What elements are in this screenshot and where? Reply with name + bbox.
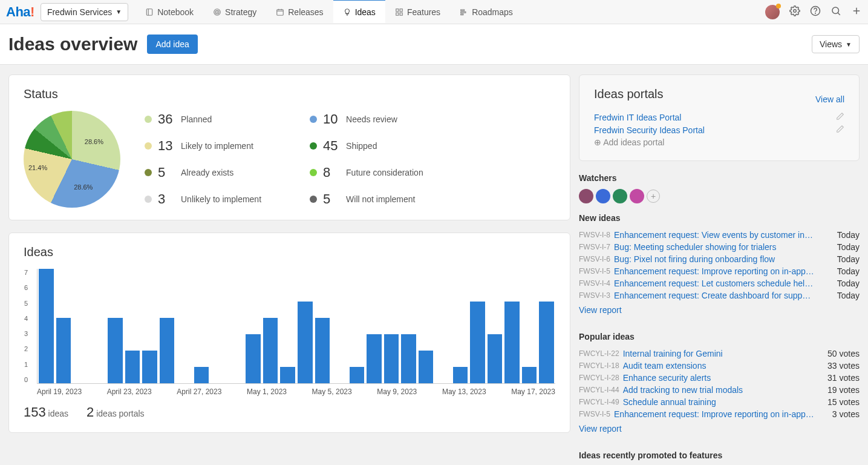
idea-meta: Today: [837, 254, 860, 264]
search-icon[interactable]: [830, 5, 841, 18]
svg-point-12: [794, 10, 797, 13]
help-icon[interactable]: [810, 5, 821, 18]
legend-item[interactable]: 5Already exists: [145, 165, 261, 180]
portal-link[interactable]: Fredwin Security Ideas Portal: [594, 125, 705, 135]
legend-item[interactable]: 45Shipped: [310, 138, 423, 154]
bar[interactable]: [539, 302, 554, 383]
bar[interactable]: [280, 367, 295, 383]
bar[interactable]: [367, 334, 382, 383]
svg-rect-0: [147, 8, 152, 15]
portal-link[interactable]: Fredwin IT Ideas Portal: [594, 113, 681, 122]
add-portal-button[interactable]: ⊕ Add ideas portal: [594, 137, 664, 147]
add-icon[interactable]: [851, 5, 862, 18]
idea-link[interactable]: Bug: Meeting scheduler showing for trial…: [614, 242, 834, 252]
add-idea-button[interactable]: Add idea: [147, 35, 197, 54]
watcher-avatar[interactable]: [579, 189, 593, 203]
bar[interactable]: [350, 367, 365, 383]
bar[interactable]: [160, 318, 175, 383]
workspace-selector[interactable]: Fredwin Services ▼: [41, 3, 128, 21]
bar[interactable]: [470, 302, 485, 383]
svg-rect-11: [461, 13, 463, 15]
bar[interactable]: [384, 334, 399, 383]
status-pie-chart[interactable]: 28.6% 21.4% 28.6%: [24, 111, 120, 208]
new-ideas-view-report-link[interactable]: View report: [579, 305, 860, 315]
bar[interactable]: [298, 302, 313, 383]
idea-link[interactable]: Schedule annual training: [623, 397, 824, 407]
legend-item[interactable]: 36Planned: [145, 111, 261, 127]
legend-label: Shipped: [346, 141, 377, 151]
idea-link[interactable]: Enhancement request: Let customers sched…: [614, 279, 834, 288]
legend-count: 5: [158, 165, 175, 180]
user-avatar[interactable]: [765, 5, 780, 19]
legend-item[interactable]: 10Needs review: [310, 111, 423, 127]
watcher-avatar[interactable]: [596, 189, 610, 203]
nav-tab-ideas[interactable]: Ideas: [333, 0, 385, 23]
add-watcher-button[interactable]: +: [647, 190, 660, 203]
nav-tab-strategy[interactable]: Strategy: [203, 0, 266, 24]
nav-tab-features[interactable]: Features: [385, 0, 450, 24]
legend-item[interactable]: 3Unlikely to implement: [145, 191, 261, 207]
bar[interactable]: [246, 334, 261, 383]
idea-link[interactable]: Enhance security alerts: [623, 373, 824, 383]
watcher-avatar[interactable]: [630, 189, 644, 203]
bar[interactable]: [401, 334, 416, 383]
pencil-icon[interactable]: [836, 125, 844, 135]
legend-item[interactable]: 13Likely to implement: [145, 138, 261, 154]
idea-link[interactable]: Enhancement request: View events by cust…: [614, 230, 834, 240]
bar[interactable]: [419, 351, 434, 383]
portals-count: 2: [86, 404, 94, 420]
bar[interactable]: [194, 367, 209, 383]
pencil-icon[interactable]: [836, 112, 844, 122]
idea-link[interactable]: Internal training for Gemini: [623, 349, 824, 358]
aha-logo[interactable]: Aha!: [6, 4, 34, 20]
legend-item[interactable]: 8Future consideration: [310, 165, 423, 180]
x-tick-label: May 9, 2023: [377, 388, 417, 396]
svg-point-3: [217, 12, 218, 12]
idea-link[interactable]: Bug: Pixel not firing during onboarding …: [614, 254, 834, 264]
idea-ref: FWSV-I-4: [579, 279, 610, 288]
list-item: FWSV-I-7Bug: Meeting scheduler showing f…: [579, 241, 860, 253]
ideas-bar-chart[interactable]: 76543210: [37, 269, 555, 384]
views-dropdown[interactable]: Views ▼: [812, 35, 860, 53]
bar[interactable]: [315, 318, 330, 383]
svg-rect-6: [400, 8, 402, 11]
bar[interactable]: [504, 302, 520, 383]
ideas-count-label: ideas: [48, 409, 68, 418]
bar[interactable]: [522, 367, 537, 383]
idea-link[interactable]: Enhancement request: Create dashboard fo…: [614, 291, 834, 300]
svg-rect-4: [277, 9, 284, 15]
bar[interactable]: [453, 367, 468, 383]
idea-meta: 50 votes: [827, 349, 860, 358]
page-title: Ideas overview: [8, 34, 137, 54]
x-tick-label: April 23, 2023: [107, 388, 152, 396]
bar[interactable]: [125, 351, 140, 383]
legend-swatch-icon: [145, 169, 152, 176]
bar[interactable]: [142, 351, 157, 383]
popular-ideas-view-report-link[interactable]: View report: [579, 424, 860, 434]
view-all-portals-link[interactable]: View all: [815, 94, 844, 104]
idea-meta: Today: [837, 279, 860, 288]
nav-tab-roadmaps[interactable]: Roadmaps: [450, 0, 523, 24]
bar[interactable]: [56, 318, 71, 383]
bar[interactable]: [108, 318, 123, 383]
idea-link[interactable]: Enhancement request: Improve reporting o…: [614, 266, 834, 276]
bar[interactable]: [263, 318, 278, 383]
idea-ref: FWCYL-I-49: [579, 398, 619, 406]
watcher-avatar[interactable]: [613, 189, 627, 203]
bar[interactable]: [488, 334, 503, 383]
idea-link[interactable]: Audit team extensions: [623, 361, 824, 371]
ideas-chart-title: Ideas: [24, 245, 555, 259]
idea-link[interactable]: Enhancement request: Improve reporting o…: [614, 409, 829, 419]
legend-swatch-icon: [145, 196, 152, 203]
bar[interactable]: [39, 269, 54, 383]
idea-link[interactable]: Add tracking to new trial modals: [623, 385, 824, 395]
idea-ref: FWCYL-I-28: [579, 374, 619, 382]
nav-tab-releases[interactable]: Releases: [266, 0, 333, 24]
x-tick-label: May 13, 2023: [442, 388, 486, 396]
legend-item[interactable]: 5Will not implement: [310, 191, 423, 207]
nav-tab-notebook[interactable]: Notebook: [135, 0, 203, 24]
idea-meta: Today: [837, 291, 860, 300]
gear-icon[interactable]: [789, 5, 800, 18]
idea-meta: Today: [837, 242, 860, 252]
x-tick-label: April 27, 2023: [177, 388, 221, 396]
